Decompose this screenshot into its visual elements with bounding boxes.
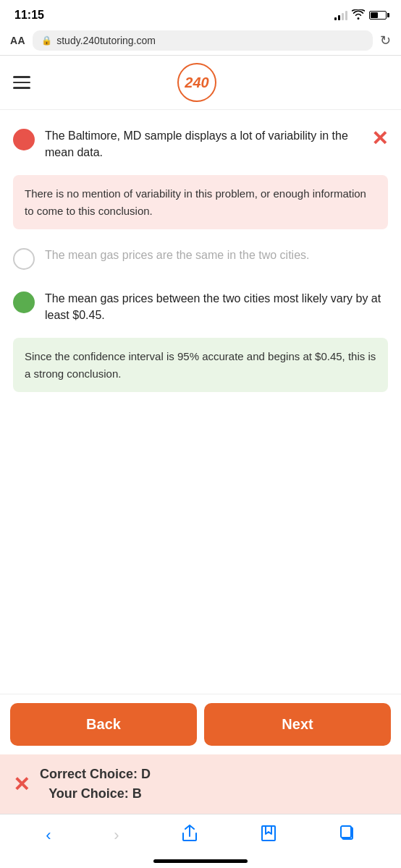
signal-icon (334, 10, 347, 20)
radio-d[interactable] (13, 292, 35, 313)
refresh-icon[interactable]: ↻ (380, 33, 391, 48)
bookmarks-button[interactable] (253, 822, 284, 849)
logo-text: 240 (185, 75, 208, 91)
radio-b[interactable] (13, 248, 35, 270)
svg-rect-0 (262, 826, 275, 841)
lock-icon: 🔒 (41, 35, 52, 46)
answer-text-d: The mean gas prices between the two citi… (45, 290, 388, 323)
x-mark-a: ✕ (371, 129, 388, 149)
answer-text-b: The mean gas prices are the same in the … (45, 247, 388, 263)
result-bar: ✕ Correct Choice: D Your Choice: B (0, 754, 401, 814)
explanation-a: There is no mention of variability in th… (13, 175, 388, 229)
top-nav: 240 (0, 56, 401, 110)
explanation-text-d: Since the confidence interval is 95% acc… (25, 350, 376, 379)
battery-icon (369, 11, 387, 20)
tabs-button[interactable] (332, 822, 363, 849)
result-x-icon: ✕ (13, 773, 30, 796)
back-nav-button[interactable]: ‹ (38, 823, 58, 848)
wifi-icon (352, 9, 365, 22)
browser-bar: AA 🔒 study.240tutoring.com ↻ (0, 26, 401, 56)
result-text: Correct Choice: D Your Choice: B (40, 765, 151, 804)
explanation-d: Since the confidence interval is 95% acc… (13, 338, 388, 392)
url-text: study.240tutoring.com (56, 35, 156, 46)
radio-a[interactable] (13, 129, 35, 150)
your-choice-text: Your Choice: B (40, 784, 151, 804)
status-time: 11:15 (14, 9, 44, 22)
home-bar (153, 859, 248, 863)
answer-item-d: The mean gas prices between the two citi… (13, 284, 388, 329)
hamburger-menu[interactable] (13, 76, 30, 89)
browser-bottom-nav: ‹ › (0, 814, 401, 854)
logo-container: 240 (30, 63, 363, 102)
logo-circle: 240 (177, 63, 216, 102)
explanation-text-a: There is no mention of variability in th… (25, 187, 366, 216)
browser-aa[interactable]: AA (10, 35, 25, 46)
browser-url-bar[interactable]: 🔒 study.240tutoring.com (33, 30, 373, 51)
status-icons (334, 9, 387, 22)
home-indicator (0, 854, 401, 868)
correct-choice-text: Correct Choice: D (40, 765, 151, 784)
answer-item-a: The Baltimore, MD sample displays a lot … (13, 122, 388, 166)
back-button[interactable]: Back (10, 703, 197, 746)
action-buttons: Back Next (0, 694, 401, 754)
forward-nav-button[interactable]: › (106, 823, 126, 848)
answer-item-b: The mean gas prices are the same in the … (13, 241, 388, 276)
main-content: The Baltimore, MD sample displays a lot … (0, 110, 401, 694)
next-button[interactable]: Next (204, 703, 391, 746)
svg-rect-2 (341, 826, 351, 838)
answer-text-a: The Baltimore, MD sample displays a lot … (45, 127, 361, 161)
share-button[interactable] (174, 822, 205, 849)
status-bar: 11:15 (0, 0, 401, 26)
